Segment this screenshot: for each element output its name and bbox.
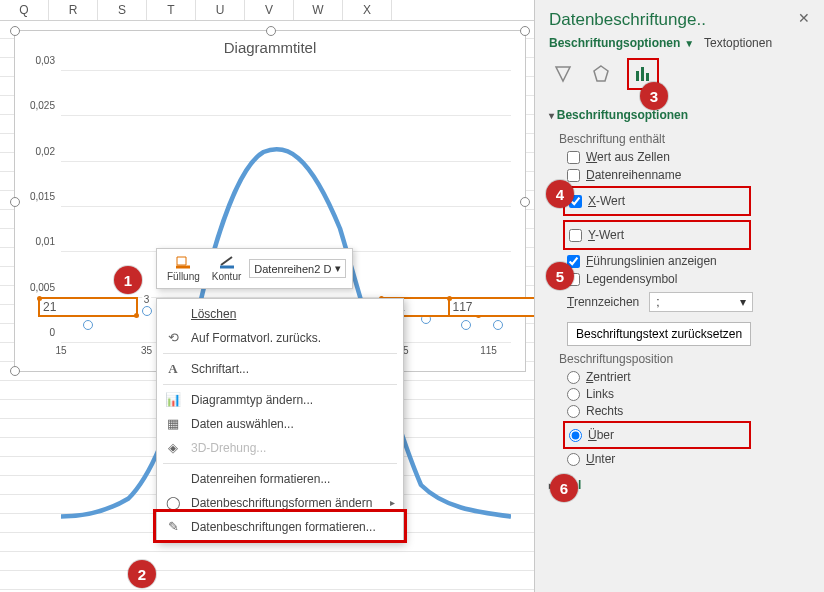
radio-right[interactable]: Rechts xyxy=(567,404,810,418)
position-label: Beschriftungsposition xyxy=(559,352,810,366)
chevron-down-icon: ▾ xyxy=(335,262,341,275)
select-data-icon: ▦ xyxy=(165,416,181,432)
radio-above[interactable]: Über xyxy=(569,428,745,442)
y-tick: 0,005 xyxy=(30,281,55,292)
fill-button[interactable]: Füllung xyxy=(163,253,204,284)
callout-badge: 2 xyxy=(128,560,156,588)
fill-label: Füllung xyxy=(167,271,200,282)
col-header[interactable]: U xyxy=(196,0,245,20)
svg-marker-0 xyxy=(594,66,608,81)
col-header[interactable]: S xyxy=(98,0,147,20)
y-tick: 0,015 xyxy=(30,191,55,202)
svg-rect-3 xyxy=(646,73,649,81)
col-header[interactable]: X xyxy=(343,0,392,20)
column-headers: Q R S T U V W X xyxy=(0,0,534,21)
ctx-reset-format[interactable]: ⟲Auf Formatvorl. zurücks. xyxy=(157,326,403,350)
pane-tabs: Beschriftungsoptionen▼ Textoptionen xyxy=(549,36,810,50)
y-tick: 0,01 xyxy=(36,236,55,247)
reset-icon: ⟲ xyxy=(165,330,181,346)
worksheet-area: Q R S T U V W X Diagrammtitel xyxy=(0,0,534,592)
pane-title: Datenbeschriftunge.. xyxy=(549,10,810,30)
chevron-down-icon[interactable]: ▼ xyxy=(684,38,694,49)
ctx-select-data[interactable]: ▦Daten auswählen... xyxy=(157,412,403,436)
category-icons xyxy=(551,58,810,90)
separator-label: Trennzeichen xyxy=(567,295,639,309)
rotate-3d-icon: ◈ xyxy=(165,440,181,456)
delete-icon xyxy=(165,306,181,322)
submenu-arrow-icon: ▸ xyxy=(390,497,395,508)
callout-badge: 4 xyxy=(546,180,574,208)
highlight-box: X-Wert xyxy=(563,186,751,216)
label-shape-icon: ◯ xyxy=(165,495,181,511)
outline-label: Kontur xyxy=(212,271,241,282)
col-header[interactable]: R xyxy=(49,0,98,20)
context-menu: Löschen ⟲Auf Formatvorl. zurücks. ASchri… xyxy=(156,298,404,543)
font-icon: A xyxy=(165,361,181,377)
y-tick: 0,025 xyxy=(30,100,55,111)
fill-line-icon[interactable] xyxy=(551,62,575,86)
chevron-down-icon: ▾ xyxy=(740,295,746,309)
highlight-box: Über xyxy=(563,421,751,449)
col-header[interactable]: W xyxy=(294,0,343,20)
svg-rect-2 xyxy=(641,67,644,81)
separator-value: ; xyxy=(656,295,659,309)
col-header[interactable]: T xyxy=(147,0,196,20)
ctx-label-shapes[interactable]: ◯Datenbeschriftungsformen ändern▸ xyxy=(157,491,403,515)
outline-button[interactable]: Kontur xyxy=(208,253,245,284)
ctx-change-chart-type[interactable]: 📊Diagrammtyp ändern... xyxy=(157,388,403,412)
effects-icon[interactable] xyxy=(589,62,613,86)
ctx-delete[interactable]: Löschen xyxy=(157,302,403,326)
cb-legend-key[interactable]: Legendensymbol xyxy=(567,272,810,286)
y-tick: 0,03 xyxy=(36,55,55,66)
cb-x-value[interactable]: X-Wert xyxy=(569,194,745,208)
separator-select[interactable]: ;▾ xyxy=(649,292,753,312)
callout-badge: 3 xyxy=(640,82,668,110)
chart-type-icon: 📊 xyxy=(165,392,181,408)
cb-value-from-cells[interactable]: Wert aus Zellen xyxy=(567,150,810,164)
cb-series-name[interactable]: Datenreihenname xyxy=(567,168,810,182)
radio-center[interactable]: Zentriert xyxy=(567,370,810,384)
series-dropdown[interactable]: Datenreihen2 D ▾ xyxy=(249,259,346,278)
format-pane: ✕ Datenbeschriftunge.. Beschriftungsopti… xyxy=(534,0,824,592)
ctx-format-labels[interactable]: ✎Datenbeschriftungen formatieren... xyxy=(157,515,403,539)
series-dropdown-label: Datenreihen2 D xyxy=(254,263,331,275)
tab-label-options[interactable]: Beschriftungsoptionen xyxy=(549,36,680,50)
data-label[interactable]: 117 xyxy=(448,297,548,317)
svg-rect-1 xyxy=(636,71,639,81)
format-labels-icon: ✎ xyxy=(165,519,181,535)
radio-left[interactable]: Links xyxy=(567,387,810,401)
highlight-box: Y-Wert xyxy=(563,220,751,250)
ctx-font[interactable]: ASchriftart... xyxy=(157,357,403,381)
section-number[interactable]: Zahl xyxy=(549,474,810,496)
reset-label-text-button[interactable]: Beschriftungstext zurücksetzen xyxy=(567,322,751,346)
cb-leader-lines[interactable]: Führungslinien anzeigen xyxy=(567,254,810,268)
contains-label: Beschriftung enthält xyxy=(559,132,810,146)
ctx-3d-rotation: ◈3D-Drehung... xyxy=(157,436,403,460)
callout-badge: 6 xyxy=(550,474,578,502)
callout-badge: 5 xyxy=(546,262,574,290)
data-label[interactable]: 3 xyxy=(142,294,152,305)
col-header[interactable]: V xyxy=(245,0,294,20)
mini-toolbar: Füllung Kontur Datenreihen2 D ▾ xyxy=(156,248,353,289)
y-tick: 0 xyxy=(49,327,55,338)
close-pane-button[interactable]: ✕ xyxy=(798,10,810,26)
y-tick: 0,02 xyxy=(36,145,55,156)
col-header[interactable]: Q xyxy=(0,0,49,20)
ctx-format-series[interactable]: Datenreihen formatieren... xyxy=(157,467,403,491)
radio-below[interactable]: Unter xyxy=(567,452,810,466)
data-label[interactable]: 21 xyxy=(38,297,138,317)
callout-badge: 1 xyxy=(114,266,142,294)
cb-y-value[interactable]: Y-Wert xyxy=(569,228,745,242)
section-label-options[interactable]: Beschriftungsoptionen xyxy=(549,104,810,126)
tab-text-options[interactable]: Textoptionen xyxy=(704,36,772,50)
